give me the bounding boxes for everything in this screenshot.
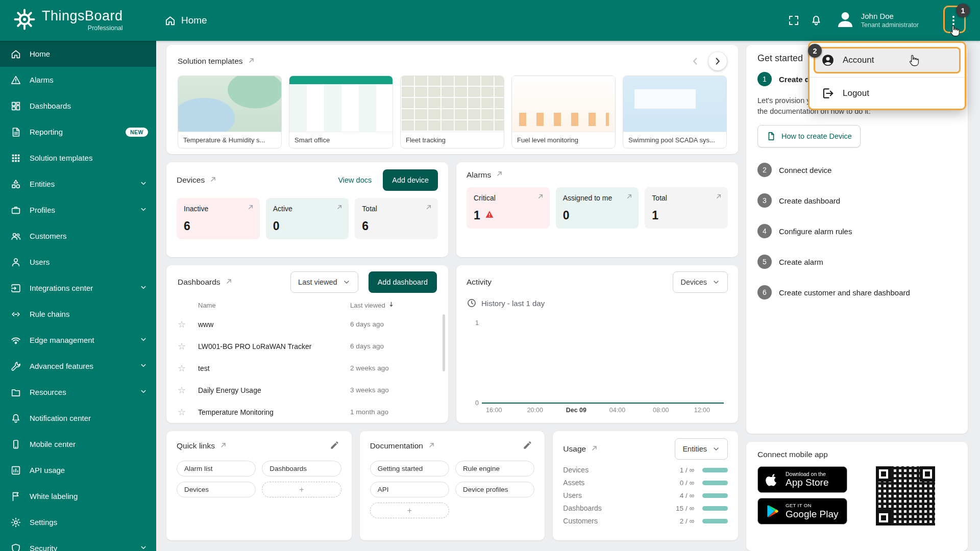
activity-chart: 1 0 16:00 20:00 Dec 09 04:00 08:00 12:00 [482, 315, 724, 417]
column-header-last-viewed[interactable]: Last viewed [350, 300, 437, 310]
star-icon[interactable]: ☆ [178, 385, 198, 396]
sidebar-item-mobile-center[interactable]: Mobile center [0, 431, 156, 457]
menu-item-logout[interactable]: Logout [810, 81, 965, 106]
notifications-button[interactable] [805, 9, 827, 32]
quick-link-devices[interactable]: Devices [177, 482, 256, 497]
edit-quick-links-button[interactable] [328, 438, 341, 454]
external-link-icon[interactable] [219, 441, 228, 452]
sidebar-item-solution-templates[interactable]: Solution templates [0, 145, 156, 171]
star-icon[interactable]: ☆ [178, 341, 198, 352]
external-link-icon[interactable] [247, 56, 256, 67]
sidebar-item-reporting[interactable]: Reporting NEW [0, 119, 156, 145]
add-doc-link-button[interactable]: + [370, 503, 449, 518]
table-row[interactable]: ☆ test 2 weeks ago [178, 357, 437, 379]
wrench-icon [10, 361, 21, 372]
add-dashboard-button[interactable]: Add dashboard [369, 271, 437, 293]
apple-icon [765, 472, 779, 487]
app-store-badge[interactable]: Download on the App Store [757, 466, 847, 493]
usage-row-dashboards: Dashboards 15 / ∞ [563, 504, 728, 512]
brand-logo[interactable]: ThingsBoard Professional [0, 8, 156, 33]
table-row[interactable]: ☆ LW001-BG PRO LoRaWAN Tracker 6 days ag… [178, 335, 437, 357]
quick-link-alarm-list[interactable]: Alarm list [177, 461, 256, 477]
sidebar-item-white-labeling[interactable]: White labeling [0, 483, 156, 509]
how-to-create-device-button[interactable]: How to create Device [757, 125, 861, 147]
total-devices-tile[interactable]: Total 6 [355, 198, 438, 239]
usage-entity-select[interactable]: Entities [675, 438, 728, 460]
sidebar-item-advanced-features[interactable]: Advanced features [0, 353, 156, 379]
critical-alarms-tile[interactable]: Critical 1 [467, 187, 550, 229]
sidebar-item-home[interactable]: Home [0, 41, 156, 67]
active-devices-tile[interactable]: Active 0 [266, 198, 349, 239]
chevron-down-icon [712, 278, 720, 286]
step-connect-device[interactable]: 2 Connect device [757, 155, 957, 185]
table-row[interactable]: ☆ Temperature Monitoring 1 month ago [178, 401, 437, 423]
step-configure-alarm-rules[interactable]: 4 Configure alarm rules [757, 216, 957, 246]
external-link-icon[interactable] [209, 175, 217, 186]
quick-links-card: Quick links Alarm list Dashboards Device… [166, 431, 352, 540]
scrollbar-thumb[interactable] [443, 314, 445, 371]
table-row[interactable]: ☆ www 6 days ago [178, 313, 437, 335]
sidebar-item-alarms[interactable]: Alarms [0, 67, 156, 93]
star-icon[interactable]: ☆ [178, 407, 198, 418]
google-play-badge[interactable]: GET IT ON Google Play [757, 498, 847, 524]
step-create-alarm[interactable]: 5 Create alarm [757, 246, 957, 277]
doc-link-rule-engine[interactable]: Rule engine [455, 461, 534, 477]
doc-link-api[interactable]: API [370, 482, 449, 497]
external-link-icon[interactable] [590, 444, 599, 455]
user-profile[interactable]: John Doe Tenant administrator [835, 9, 919, 32]
report-icon [10, 127, 21, 138]
history-range-label: History - last 1 day [467, 298, 728, 308]
external-link-icon[interactable] [495, 169, 504, 180]
sidebar-item-entities[interactable]: Entities [0, 171, 156, 197]
y-axis-tick: 1 [471, 319, 479, 327]
pencil-icon [330, 440, 339, 450]
solution-template-card[interactable]: Temperature & Humidity s... [178, 76, 282, 148]
assigned-alarms-tile[interactable]: Assigned to me 0 [556, 187, 639, 229]
sidebar-item-security[interactable]: Security [0, 535, 156, 551]
user-role: Tenant administrator [861, 21, 919, 30]
carousel-prev-button[interactable] [686, 52, 704, 70]
sidebar-item-rule-chains[interactable]: Rule chains [0, 301, 156, 327]
sidebar-item-edge-management[interactable]: Edge management [0, 327, 156, 353]
solution-template-card[interactable]: Fuel level monitoring [511, 76, 616, 148]
step-create-dashboard[interactable]: 3 Create dashboard [757, 185, 957, 216]
edit-documentation-button[interactable] [521, 438, 534, 454]
view-docs-button[interactable]: View docs [331, 171, 379, 189]
add-device-button[interactable]: Add device [383, 169, 438, 191]
external-link-icon[interactable] [427, 441, 436, 452]
chevron-down-icon [139, 283, 148, 293]
doc-link-getting-started[interactable]: Getting started [370, 461, 449, 477]
sidebar-item-resources[interactable]: Resources [0, 379, 156, 405]
menu-item-account[interactable]: Account [814, 47, 961, 73]
solution-template-card[interactable]: Smart office [289, 76, 393, 148]
doc-link-device-profiles[interactable]: Device profiles [455, 482, 534, 497]
sidebar-item-api-usage[interactable]: API usage [0, 457, 156, 483]
carousel-next-button[interactable] [708, 52, 727, 70]
step-create-customer[interactable]: 6 Create customer and share dashboard [757, 277, 957, 308]
sidebar-item-customers[interactable]: Customers [0, 223, 156, 249]
sidebar-item-notification-center[interactable]: Notification center [0, 405, 156, 431]
sidebar-item-integrations-center[interactable]: Integrations center [0, 275, 156, 301]
grid-icon [10, 153, 21, 164]
add-quick-link-button[interactable]: + [262, 482, 341, 497]
table-row[interactable]: ☆ Daily Energy Usage 3 weeks ago [178, 379, 437, 401]
sort-select[interactable]: Last viewed [290, 271, 358, 293]
activity-series-line [482, 403, 724, 404]
solution-templates-card: Solution templates Temperature & Humidit… [166, 45, 738, 154]
star-icon[interactable]: ☆ [178, 319, 198, 330]
solution-template-card[interactable]: Swimming pool SCADA sys... [623, 76, 727, 148]
template-thumbnail [512, 76, 615, 132]
inactive-devices-tile[interactable]: Inactive 6 [177, 198, 260, 239]
entity-type-select[interactable]: Devices [673, 271, 728, 293]
column-header-name[interactable]: Name [198, 302, 350, 309]
sidebar-item-dashboards[interactable]: Dashboards [0, 93, 156, 119]
star-icon[interactable]: ☆ [178, 363, 198, 374]
sidebar-item-users[interactable]: Users [0, 249, 156, 275]
total-alarms-tile[interactable]: Total 1 [645, 187, 728, 229]
external-link-icon[interactable] [225, 277, 233, 288]
sidebar-item-profiles[interactable]: Profiles [0, 197, 156, 223]
quick-link-dashboards[interactable]: Dashboards [262, 461, 341, 477]
solution-template-card[interactable]: Fleet tracking [400, 76, 504, 148]
fullscreen-button[interactable] [782, 9, 805, 32]
sidebar-item-settings[interactable]: Settings [0, 509, 156, 535]
